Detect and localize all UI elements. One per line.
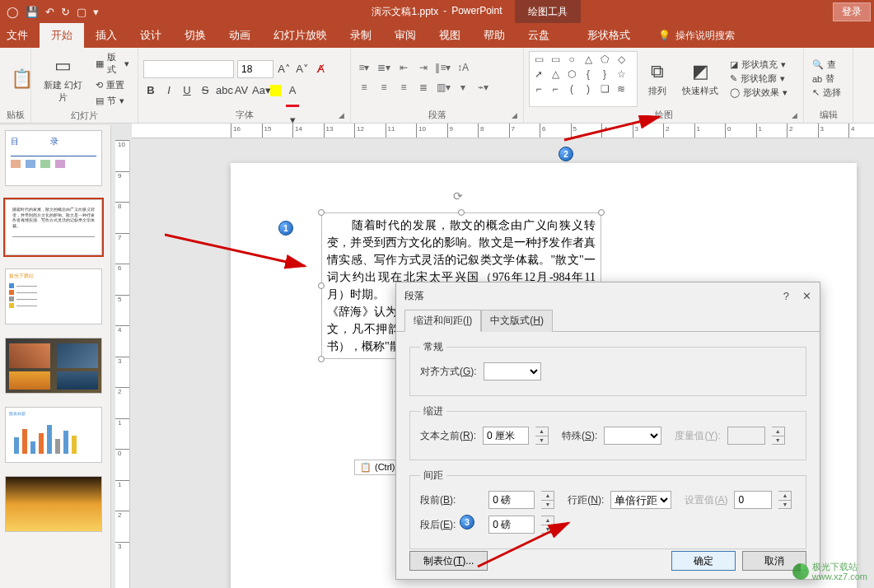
redo-icon[interactable]: ↻ [61,6,70,18]
effects-icon: ◯ [730,87,740,98]
alignment-select[interactable] [484,362,541,380]
tab-insert[interactable]: 插入 [84,23,129,48]
tabs-button[interactable]: 制表位(T)... [409,551,488,571]
ribbon: 📋 贴板 ▭ 新建 幻灯片 ▦版式▾ ⟲重置 ▤节▾ 幻灯片 A˄ [0,48,874,124]
dialog-tab-indent-spacing[interactable]: 缩进和间距(I) [404,310,481,332]
bullets-button[interactable]: ≡▾ [356,62,372,77]
resize-handle[interactable] [318,282,325,289]
font-name-input[interactable] [143,60,234,78]
find-button[interactable]: 🔍查 [812,58,841,71]
shape-outline-button[interactable]: ✎形状轮廓▾ [730,72,788,85]
slide-thumbnail-2[interactable]: 随着时代的发展，散文的概念由广义向狭义转变，并受到西方文化的影响。散文是一种抒发… [5,199,102,255]
resize-handle[interactable] [458,209,465,216]
strike-button[interactable]: S [198,83,213,98]
tab-shape-format[interactable]: 形状格式 [576,23,642,48]
change-case-button[interactable]: Aa▾ [252,83,267,98]
align-left-button[interactable]: ≡ [356,82,372,96]
special-select[interactable] [604,427,661,445]
arrange-button[interactable]: ⧉ 排列 [641,60,674,97]
font-color-button[interactable]: A▾ [285,83,300,98]
indent-right-button[interactable]: ⇥ [415,62,432,77]
replace-button[interactable]: ab替 [812,72,841,85]
slide-thumbnails-panel[interactable]: 目 录 随着时代的发展，散文的概念由广义向狭义转变，并受到西方文化的影响。散文是… [0,125,111,588]
tab-cloud[interactable]: 云盘 [516,23,561,48]
italic-button[interactable]: I [161,83,176,98]
tab-review[interactable]: 审阅 [383,23,428,48]
font-launcher-icon[interactable]: ◢ [339,111,348,121]
login-button[interactable]: 登录 [833,2,871,21]
tab-file[interactable]: 文件 [0,23,40,48]
char-spacing-button[interactable]: AV [234,83,249,98]
set-value-input[interactable] [734,491,772,509]
font-size-input[interactable] [237,60,273,78]
new-slide-icon: ▭ [51,54,74,77]
layout-button[interactable]: ▦版式▾ [92,50,133,77]
save-icon[interactable]: 💾 [26,6,39,18]
start-from-beginning-icon[interactable]: ▢ [77,6,86,18]
rotate-handle-icon[interactable]: ⟳ [453,189,463,203]
slide-thumbnail-5[interactable]: 图表标题 [5,407,102,463]
spinner[interactable]: ▲▼ [541,491,554,509]
highlight-button[interactable] [270,85,282,96]
qat-more-icon[interactable]: ▾ [93,6,99,18]
resize-handle[interactable] [318,209,325,216]
numbering-button[interactable]: ≣▾ [376,62,392,77]
increase-font-icon[interactable]: A˄ [277,62,292,77]
slide-thumbnail-4[interactable] [5,338,102,394]
align-right-button[interactable]: ≡ [395,82,412,96]
slide-thumbnail-3[interactable]: 极光下载站 ————— ————— ————— ————— [5,268,102,324]
spinner[interactable]: ▲▼ [778,491,792,509]
dialog-help-icon[interactable]: ? [783,290,789,302]
dialog-close-icon[interactable]: ✕ [802,290,811,302]
dialog-tab-chinese-typography[interactable]: 中文版式(H) [481,310,553,332]
group-font: A˄ A˅ A̸ B I U S abc AV Aa▾ A▾ 字体 ◢ [138,48,351,123]
bold-button[interactable]: B [143,83,158,98]
section-button[interactable]: ▤节▾ [92,94,133,108]
resize-handle[interactable] [598,209,605,216]
resize-handle[interactable] [318,356,325,362]
align-center-button[interactable]: ≡ [376,82,392,96]
clear-format-icon[interactable]: A̸ [313,62,328,77]
before-text-label: 文本之前(R): [420,429,476,443]
tab-transition[interactable]: 切换 [173,23,217,48]
reset-button[interactable]: ⟲重置 [92,78,133,92]
before-input[interactable] [488,491,535,509]
text-direction-button[interactable]: ↕A [455,62,471,77]
shape-fill-button[interactable]: ◪形状填充▾ [730,58,788,71]
columns-button[interactable]: ▥▾ [435,82,451,96]
smartart-button[interactable]: ⌁▾ [474,82,491,96]
autosave-toggle-icon[interactable]: ◯ [7,6,19,18]
ok-button[interactable]: 确定 [671,551,736,571]
drawing-launcher-icon[interactable]: ◢ [792,111,802,121]
slide-thumbnail-6[interactable] [5,476,102,532]
tell-me-search[interactable]: 💡 操作说明搜索 [658,23,735,48]
justify-button[interactable]: ≣ [415,82,432,96]
line-spacing-button[interactable]: ‖≡▾ [435,62,451,77]
tab-design[interactable]: 设计 [129,23,173,48]
undo-icon[interactable]: ↶ [45,6,54,18]
lightbulb-icon: 💡 [658,30,671,41]
tab-view[interactable]: 视图 [428,23,472,48]
shape-effects-button[interactable]: ◯形状效果▾ [730,86,788,99]
select-button[interactable]: ↖选择 [812,86,841,99]
underline-button[interactable]: U [180,83,194,98]
before-text-input[interactable] [483,427,529,445]
slide-thumbnail-1[interactable]: 目 录 [5,130,102,186]
paragraph-launcher-icon[interactable]: ◢ [512,111,521,121]
quick-styles-button[interactable]: ◩ 快速样式 [677,60,723,97]
tab-home[interactable]: 开始 [40,23,84,48]
spinner[interactable]: ▲▼ [541,516,554,534]
line-spacing-select[interactable]: 单倍行距 [610,491,671,509]
spinner[interactable]: ▲▼ [535,427,549,445]
tab-animation[interactable]: 动画 [217,23,262,48]
new-slide-button[interactable]: ▭ 新建 幻灯片 [36,54,89,104]
indent-left-button[interactable]: ⇤ [395,62,412,77]
tab-slideshow[interactable]: 幻灯片放映 [262,23,339,48]
tab-record[interactable]: 录制 [339,23,383,48]
shadow-button[interactable]: abc [216,83,231,98]
after-input[interactable] [488,516,535,534]
tab-help[interactable]: 帮助 [472,23,516,48]
shapes-gallery[interactable]: ▭▭○△⬠◇ ➚△⬡{}☆ ⌐⌐()❏≋ [529,51,638,107]
decrease-font-icon[interactable]: A˅ [295,62,310,77]
align-text-button[interactable]: ▾ [455,82,471,96]
